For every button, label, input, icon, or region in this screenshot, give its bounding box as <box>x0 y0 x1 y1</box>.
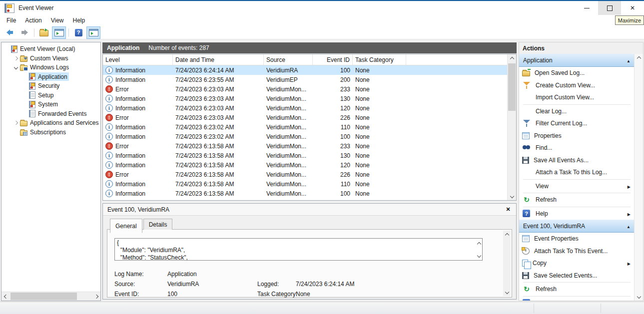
table-row[interactable]: Error7/24/2023 6:13:58 AMVeridiumMon...2… <box>103 170 516 179</box>
tree-item-subscriptions[interactable]: Subscriptions <box>1 128 100 137</box>
forward-button[interactable] <box>17 26 31 39</box>
tree-item-application[interactable]: Application <box>1 72 100 82</box>
table-row[interactable]: Information7/24/2023 6:23:03 AMVeridiumM… <box>103 103 516 113</box>
cell-level: Information <box>103 122 173 132</box>
action-label: Import Custom View... <box>536 94 631 101</box>
menu-view[interactable]: View <box>46 15 68 25</box>
column-header-filler <box>406 54 516 65</box>
list-vertical-scrollbar[interactable] <box>507 54 516 200</box>
tree-item-custom-views[interactable]: Custom Views <box>1 54 100 63</box>
close-button[interactable] <box>621 1 644 15</box>
scrollbar-thumb[interactable] <box>10 293 77 300</box>
table-row[interactable]: Information7/24/2023 6:24:14 AMVeridiumR… <box>103 65 516 75</box>
scroll-up-icon[interactable] <box>508 54 516 63</box>
scroll-down-icon[interactable] <box>503 288 511 296</box>
scroll-down-icon[interactable] <box>508 192 516 200</box>
action-create-custom-view[interactable]: Create Custom View... <box>519 79 635 92</box>
action-find[interactable]: Find... <box>519 142 635 154</box>
tree-item-windows-logs[interactable]: Windows Logs <box>1 63 100 72</box>
chevron-collapsed-icon[interactable] <box>12 121 19 124</box>
table-row[interactable]: Information7/24/2023 6:13:58 AMVeridiumM… <box>103 160 516 170</box>
column-header-task-category[interactable]: Task Category <box>353 54 406 65</box>
column-header-event-id[interactable]: Event ID <box>313 54 353 65</box>
save-icon <box>522 272 529 279</box>
tree-item-system[interactable]: System <box>1 100 100 109</box>
event-viewer-app-icon <box>4 3 14 13</box>
tree-item-body: Setup <box>28 91 55 99</box>
table-row[interactable]: Error7/24/2023 6:23:03 AMVeridiumMon...2… <box>103 113 516 122</box>
detail-vertical-scrollbar[interactable] <box>503 231 511 296</box>
table-row[interactable]: Information7/24/2023 6:23:03 AMVeridiumM… <box>103 94 516 103</box>
tree-item-forwarded-events[interactable]: Forwarded Events <box>1 109 100 119</box>
column-header-level[interactable]: Level <box>103 54 173 65</box>
menu-help[interactable]: Help <box>68 15 90 25</box>
show-action-pane-button[interactable] <box>86 26 100 39</box>
status-bar-divider <box>534 304 534 313</box>
section-header-application[interactable]: Application <box>519 54 635 67</box>
events-count: Number of events: 287 <box>148 44 209 51</box>
table-row[interactable]: Information7/24/2023 6:13:58 AMVeridiumM… <box>103 189 516 198</box>
level-label: Information <box>115 76 145 83</box>
tree-item-event-viewer-local[interactable]: Event Viewer (Local) <box>1 44 100 54</box>
action-help[interactable]: Help <box>519 297 635 301</box>
scroll-down-icon[interactable] <box>635 292 643 301</box>
action-import-custom-view[interactable]: Import Custom View... <box>519 91 635 104</box>
action-label: Copy <box>533 260 628 267</box>
scroll-down-icon[interactable] <box>478 252 481 259</box>
scroll-up-icon[interactable] <box>503 231 511 239</box>
table-row[interactable]: Information7/24/2023 6:13:58 AMVeridiumM… <box>103 151 516 160</box>
action-attach-a-task-to-this-log[interactable]: Attach a Task To this Log... <box>519 166 635 179</box>
tab-details[interactable]: Details <box>143 219 173 230</box>
detail-close-button[interactable] <box>504 206 512 214</box>
help-button[interactable]: ? <box>71 26 85 39</box>
column-header-date-and-time[interactable]: Date and Time <box>173 54 264 65</box>
tree-horizontal-scrollbar[interactable] <box>1 292 100 301</box>
action-copy[interactable]: Copy <box>519 257 635 270</box>
action-view[interactable]: View <box>519 180 635 193</box>
maximize-button[interactable] <box>598 1 621 15</box>
table-row[interactable]: Information7/24/2023 6:23:02 AMVeridiumM… <box>103 122 516 132</box>
scrollbar-thumb[interactable] <box>508 63 516 111</box>
open-saved-log-button[interactable] <box>37 26 51 39</box>
action-open-saved-log[interactable]: Open Saved Log... <box>519 67 635 79</box>
menu-file[interactable]: File <box>2 15 20 25</box>
actions-vertical-scrollbar[interactable] <box>634 54 643 301</box>
minimize-button[interactable] <box>575 1 598 15</box>
chevron-expanded-icon[interactable] <box>12 66 19 69</box>
collapse-icon[interactable] <box>627 57 631 64</box>
actions-title: Actions <box>519 42 643 54</box>
action-refresh[interactable]: Refresh <box>519 194 635 206</box>
action-event-properties[interactable]: Event Properties <box>519 233 635 245</box>
console-tree-icon <box>54 29 64 36</box>
scroll-left-icon[interactable] <box>1 292 10 301</box>
action-filter-current-log[interactable]: Filter Current Log... <box>519 117 635 130</box>
table-row[interactable]: Error7/24/2023 6:23:03 AMVeridiumMon...2… <box>103 84 516 94</box>
action-help[interactable]: Help <box>519 208 635 220</box>
tab-general[interactable]: General <box>110 219 142 233</box>
event-message-box[interactable]: { "Module": "VeridiumRA", "Method": "Sta… <box>114 238 483 261</box>
tree-item-setup[interactable]: Setup <box>1 91 100 100</box>
show-console-tree-button[interactable] <box>52 26 66 39</box>
cell-event-id: 100 <box>313 189 353 198</box>
table-row[interactable]: Information7/24/2023 6:13:58 AMVeridiumM… <box>103 179 516 189</box>
action-save-selected-events[interactable]: Save Selected Events... <box>519 270 635 282</box>
tree-item-applications-and-services-lo[interactable]: Applications and Services Lo <box>1 118 100 128</box>
tree-item-security[interactable]: Security <box>1 81 100 91</box>
menu-action[interactable]: Action <box>20 15 46 25</box>
action-clear-log[interactable]: Clear Log... <box>519 105 635 118</box>
chevron-collapsed-icon[interactable] <box>12 57 19 60</box>
table-row[interactable]: Error7/24/2023 6:13:58 AMVeridiumMon...2… <box>103 141 516 151</box>
scroll-up-icon[interactable] <box>635 54 643 62</box>
back-button[interactable] <box>2 26 16 39</box>
table-row[interactable]: Information7/24/2023 6:23:55 AMVeridiumE… <box>103 75 516 84</box>
scroll-up-icon[interactable] <box>478 240 481 247</box>
column-header-source[interactable]: Source <box>264 54 313 65</box>
table-row[interactable]: Information7/24/2023 6:23:02 AMVeridiumM… <box>103 132 516 141</box>
scroll-right-icon[interactable] <box>92 292 100 301</box>
section-header-event-100-veridiumra[interactable]: Event 100, VeridiumRA <box>519 220 635 233</box>
action-save-all-events-as[interactable]: Save All Events As... <box>519 154 635 167</box>
action-refresh[interactable]: Refresh <box>519 283 635 296</box>
action-attach-task-to-this-event[interactable]: Attach Task To This Event... <box>519 245 635 258</box>
action-properties[interactable]: Properties <box>519 130 635 142</box>
collapse-icon[interactable] <box>627 223 631 230</box>
